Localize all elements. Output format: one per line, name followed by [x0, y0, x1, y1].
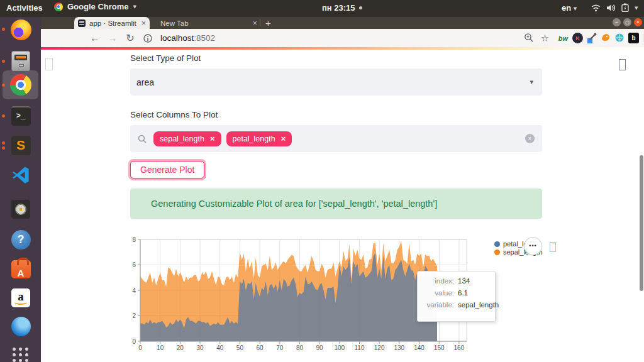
new-tab-button[interactable]: + — [265, 17, 271, 29]
svg-text:120: 120 — [374, 344, 385, 351]
tag-sepal-length[interactable]: sepal_length × — [153, 131, 221, 146]
plot-type-selectbox[interactable]: area ▾ — [130, 69, 542, 96]
svg-text:60: 60 — [257, 344, 264, 351]
zoom-icon[interactable] — [524, 33, 535, 43]
extension-fox-icon[interactable] — [601, 33, 611, 43]
minimize-button[interactable]: − — [613, 18, 621, 26]
dock-item-chrome[interactable] — [9, 74, 32, 96]
legend-dot — [494, 241, 500, 247]
remove-tag-icon[interactable]: × — [210, 134, 215, 143]
firefox-icon — [11, 19, 31, 40]
terminal-icon: >_ — [11, 106, 31, 126]
generate-plot-button[interactable]: Generate Plot — [130, 161, 204, 178]
tag-label: petal_length — [233, 134, 275, 143]
select-type-label: Select Type of Plot — [130, 53, 201, 63]
toolbar-divider — [643, 34, 643, 42]
app-menu[interactable]: Google Chrome ▾ — [54, 2, 136, 11]
svg-text:2: 2 — [132, 312, 136, 319]
svg-text:90: 90 — [316, 344, 324, 351]
site-info-icon[interactable] — [143, 34, 152, 43]
speaker-icon — [11, 200, 30, 219]
svg-text:140: 140 — [414, 344, 425, 351]
show-applications-button[interactable] — [9, 343, 32, 362]
tag-petal-length[interactable]: petal_length × — [226, 131, 292, 146]
chevron-down-icon: ▾ — [635, 4, 638, 12]
extension-gem-icon[interactable] — [614, 33, 625, 43]
legend-dot — [494, 250, 500, 255]
chevron-down-icon: ▾ — [133, 3, 137, 11]
svg-text:40: 40 — [216, 344, 224, 351]
back-button[interactable]: ← — [89, 29, 101, 47]
running-indicator — [2, 60, 5, 63]
clock[interactable]: пн 23:15 — [322, 3, 362, 13]
chrome-icon — [54, 3, 63, 11]
streamlit-favicon — [78, 19, 86, 27]
dock-item-help[interactable]: ? — [9, 228, 32, 251]
chart-actions-button[interactable]: ••• — [524, 237, 542, 255]
sidebar-toggle-glyph[interactable] — [45, 58, 53, 70]
software-store-icon: A — [11, 260, 31, 278]
notification-dot-icon — [359, 6, 362, 9]
dock-item-ubuntu-software[interactable]: A — [9, 258, 32, 280]
dock-item-terminal[interactable]: >_ — [9, 104, 32, 127]
dock-item-firefox[interactable] — [9, 18, 32, 41]
svg-text:4: 4 — [132, 287, 136, 294]
svg-text:110: 110 — [355, 344, 365, 351]
gnome-topbar: Activities Google Chrome ▾ пн 23:15 en ▾… — [0, 0, 644, 17]
address-bar[interactable]: localhost:8502 — [160, 29, 215, 47]
battery-charging-icon — [621, 3, 629, 12]
tab-title: app · Streamlit — [89, 19, 137, 27]
tooltip-row: index:134 — [421, 277, 489, 285]
bookmark-star-icon[interactable]: ☆ — [540, 33, 550, 43]
selectbox-value: area — [136, 77, 154, 87]
svg-text:20: 20 — [177, 344, 184, 351]
system-tray[interactable]: ▾ — [591, 3, 638, 12]
close-window-button[interactable]: × — [634, 18, 642, 26]
tab-newtab[interactable]: New Tab × — [155, 17, 262, 29]
tab-streamlit[interactable]: app · Streamlit × — [74, 17, 150, 29]
wifi-icon — [591, 4, 601, 12]
extension-b-icon[interactable]: b — [628, 33, 639, 43]
forward-button[interactable]: → — [106, 29, 119, 47]
search-icon — [138, 134, 147, 143]
chevron-down-icon: ▾ — [574, 4, 577, 12]
svg-text:100: 100 — [334, 344, 345, 351]
vscode-icon — [11, 165, 30, 184]
dock-item-vscode[interactable] — [9, 163, 32, 186]
svg-text:150: 150 — [434, 344, 445, 351]
dock-item-amazon[interactable]: a — [9, 287, 32, 309]
app-menu-label: Google Chrome — [67, 2, 129, 11]
remove-tag-icon[interactable]: × — [281, 134, 286, 143]
keyboard-layout-indicator[interactable]: en ▾ — [562, 3, 577, 13]
running-indicator — [2, 84, 5, 87]
dock-item-rhythmbox[interactable] — [9, 198, 32, 221]
clear-all-icon[interactable]: × — [525, 134, 535, 143]
volume-icon — [606, 4, 616, 12]
svg-text:0: 0 — [138, 344, 142, 351]
extension-k-icon[interactable]: K — [572, 33, 583, 43]
app-grid-icon — [13, 348, 29, 362]
close-icon[interactable]: × — [252, 19, 257, 27]
clock-label: пн 23:15 — [322, 3, 355, 13]
dock-item-thunderbird[interactable] — [9, 315, 32, 337]
chevron-down-icon: ▾ — [530, 78, 533, 86]
fullscreen-glyph[interactable] — [550, 242, 556, 252]
close-icon[interactable]: × — [141, 19, 146, 27]
svg-text:130: 130 — [394, 344, 404, 351]
sublime-text-icon: S — [11, 136, 31, 155]
tooltip-row: value:6.1 — [421, 289, 489, 297]
extension-bw-icon[interactable]: bw — [558, 33, 569, 43]
dock-item-files[interactable] — [9, 50, 32, 72]
maximize-button[interactable]: ▢ — [623, 18, 631, 26]
reload-button[interactable]: ↻ — [124, 29, 136, 47]
dock-item-sublime[interactable]: S — [9, 134, 32, 156]
svg-text:30: 30 — [196, 344, 204, 351]
svg-text:8: 8 — [132, 236, 136, 243]
activities-button[interactable]: Activities — [6, 3, 43, 13]
help-icon: ? — [11, 230, 31, 250]
file-cabinet-icon — [11, 51, 30, 71]
columns-multiselect[interactable]: sepal_length × petal_length × × — [130, 125, 542, 152]
extension-eyedropper-icon[interactable] — [587, 33, 597, 43]
scrollbar-thumb[interactable] — [640, 155, 643, 291]
hamburger-menu-glyph[interactable] — [619, 59, 626, 70]
